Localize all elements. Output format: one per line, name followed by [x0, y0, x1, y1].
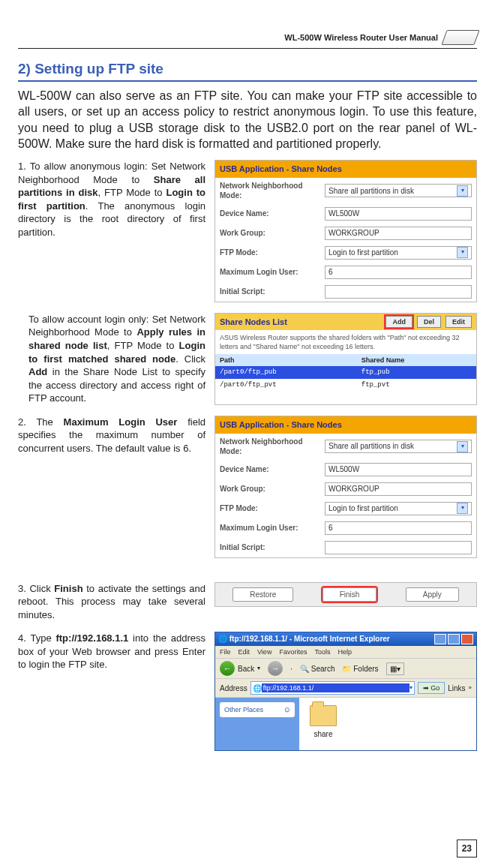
label-maxuser: Maximum Login User:	[220, 523, 325, 533]
label-mode: Network Neighborhood Mode:	[220, 181, 325, 201]
step-2: 2. The Maximum Login User field specifie…	[18, 416, 206, 455]
label-workgroup: Work Group:	[220, 228, 325, 239]
step-1a: 1. To allow anonymous login: Set Network…	[18, 160, 206, 239]
back-icon[interactable]: ←	[220, 661, 235, 676]
views-icon[interactable]: ▦▾	[386, 662, 404, 676]
input-device[interactable]	[325, 463, 472, 476]
forward-icon[interactable]: →	[268, 661, 283, 676]
table-row[interactable]: /part0/ftp_pub ftp_pub	[215, 366, 476, 378]
step-1b: To allow account login only: Set Network…	[18, 313, 206, 405]
label-ftpmode: FTP Mode:	[220, 248, 325, 258]
menu-edit[interactable]: Edit	[238, 647, 250, 656]
step-4: 4. Type ftp://192.168.1.1 into the addre…	[18, 632, 206, 671]
label-mode: Network Neighborhood Mode:	[220, 437, 325, 457]
panel-title: USB Application - Share Nodes	[215, 161, 476, 178]
share-nodes-list-panel: Share Nodes List Add Del Edit ASUS Wirel…	[214, 313, 477, 405]
folders-icon[interactable]: 📁 Folders	[342, 664, 378, 674]
del-button[interactable]: Del	[417, 316, 441, 328]
share-list-title: Share Nodes List	[220, 317, 287, 328]
select-ftpmode[interactable]: Login to first partition▾	[325, 246, 472, 260]
chevron-down-icon: ▾	[457, 247, 468, 258]
search-icon[interactable]: 🔍 Search	[300, 664, 334, 674]
label-workgroup: Work Group:	[220, 484, 325, 494]
menu-view[interactable]: View	[257, 647, 272, 656]
input-maxuser[interactable]	[325, 521, 472, 535]
share-table-header: Path Shared Name	[215, 354, 476, 366]
folder-label: share	[310, 729, 337, 740]
select-mode[interactable]: Share all partitions in disk▾	[325, 440, 472, 453]
ie-menu-bar: File Edit View Favorites Tools Help	[215, 646, 476, 659]
input-maxuser[interactable]	[325, 266, 472, 279]
label-script: Initial Script:	[220, 287, 325, 297]
select-mode[interactable]: Share all partitions in disk▾	[325, 184, 472, 197]
restore-button[interactable]: Restore	[232, 587, 293, 602]
menu-help[interactable]: Help	[338, 647, 352, 656]
ie-sidebar: Other Places ⊙	[215, 698, 299, 750]
back-button[interactable]: Back	[238, 664, 254, 674]
sidebar-other-places[interactable]: Other Places ⊙	[220, 702, 295, 717]
apply-button[interactable]: Apply	[406, 587, 459, 602]
label-device: Device Name:	[220, 209, 325, 219]
section-title: 2) Setting up FTP site	[18, 59, 477, 82]
label-device: Device Name:	[220, 464, 325, 475]
address-input[interactable]: 🌐 ftp://192.168.1.1/ ▾	[250, 681, 415, 695]
manual-title: WL-500W Wireless Router User Manual	[284, 32, 438, 44]
header-rule	[18, 48, 477, 49]
input-workgroup[interactable]	[325, 482, 472, 496]
minimize-icon[interactable]	[434, 634, 446, 644]
ie-window: 🌐 ftp://192.168.1.1/ - Microsoft Interne…	[214, 632, 477, 751]
address-label: Address	[220, 683, 248, 694]
globe-icon: 🌐	[218, 635, 230, 643]
share-nodes-panel-1: USB Application - Share Nodes Network Ne…	[214, 160, 477, 302]
panel-title: USB Application - Share Nodes	[215, 416, 476, 434]
table-row[interactable]: /part0/ftp_pvt ftp_pvt	[215, 379, 476, 391]
share-list-desc: ASUS Wireless Router supports the shared…	[215, 330, 476, 354]
router-icon	[441, 30, 479, 45]
share-nodes-panel-2: USB Application - Share Nodes Network Ne…	[214, 416, 477, 558]
folder-icon[interactable]	[310, 705, 337, 726]
action-button-bar: Restore Finish Apply	[214, 582, 477, 608]
globe-icon: 🌐	[253, 683, 262, 694]
maximize-icon[interactable]	[448, 634, 460, 644]
chevron-icon: ⊙	[284, 705, 290, 714]
input-device[interactable]	[325, 207, 472, 221]
select-ftpmode[interactable]: Login to first partition▾	[325, 502, 472, 515]
links-label[interactable]: Links	[448, 683, 465, 694]
step-3: 3. Click Finish to activate the settings…	[18, 582, 206, 622]
label-maxuser: Maximum Login User:	[220, 267, 325, 278]
intro-paragraph: WL-500W can also serve as an FTP site. Y…	[18, 88, 477, 152]
ie-toolbar: ← Back ▾ → · 🔍 Search 📁 Folders ▦▾	[215, 659, 476, 679]
menu-file[interactable]: File	[220, 647, 231, 656]
chevron-down-icon: ▾	[457, 503, 468, 514]
close-icon[interactable]	[461, 634, 473, 644]
input-script[interactable]	[325, 285, 472, 299]
go-button[interactable]: ➡ Go	[418, 682, 446, 694]
ie-window-title: ftp://192.168.1.1/ - Microsoft Internet …	[230, 635, 390, 643]
chevron-down-icon: ▾	[457, 441, 468, 452]
input-script[interactable]	[325, 541, 472, 554]
add-button[interactable]: Add	[386, 316, 412, 328]
menu-tools[interactable]: Tools	[314, 647, 330, 656]
finish-button[interactable]: Finish	[322, 587, 377, 602]
label-script: Initial Script:	[220, 542, 325, 553]
label-ftpmode: FTP Mode:	[220, 503, 325, 514]
input-workgroup[interactable]	[325, 227, 472, 240]
chevron-down-icon: ▾	[457, 185, 468, 197]
page-number: 23	[457, 839, 477, 857]
edit-button[interactable]: Edit	[446, 316, 472, 328]
menu-favorites[interactable]: Favorites	[279, 647, 307, 656]
